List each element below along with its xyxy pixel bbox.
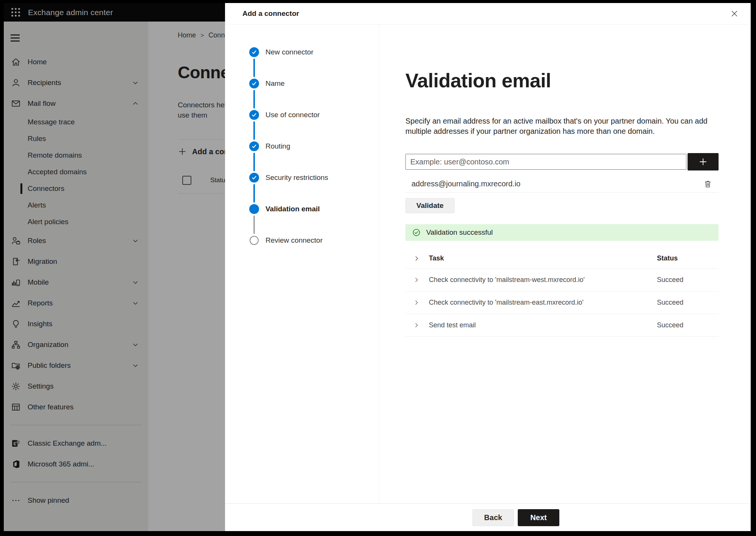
expand-row-chevron-icon[interactable] — [405, 276, 427, 283]
results-header-row: Task Status — [405, 248, 719, 269]
back-button[interactable]: Back — [472, 509, 514, 526]
validate-button[interactable]: Validate — [405, 198, 455, 213]
step-check-icon — [249, 173, 259, 183]
panel-footer: Back Next — [225, 503, 751, 531]
step-check-icon — [249, 47, 259, 57]
expand-row-chevron-icon[interactable] — [405, 299, 427, 306]
task-cell: Send test email — [427, 321, 657, 329]
validation-email-content: Validation email Specify an email addres… — [379, 25, 751, 503]
status-cell: Succeed — [657, 276, 719, 284]
status-cell: Succeed — [657, 299, 719, 307]
task-cell: Check connectivity to 'mailstream-west.m… — [427, 276, 657, 284]
content-description: Specify an email address for an active m… — [405, 116, 708, 136]
close-icon[interactable] — [728, 7, 741, 20]
step-use-of-connector[interactable]: Use of connector — [249, 110, 379, 141]
content-heading: Validation email — [405, 69, 719, 92]
step-review-connector[interactable]: Review connector — [249, 235, 379, 267]
step-check-icon — [249, 110, 259, 120]
result-row: Send test email Succeed — [405, 314, 719, 337]
wizard-steps: New connector Name Use of connector Rout… — [225, 25, 379, 503]
divider — [405, 192, 719, 193]
delete-address-icon[interactable] — [701, 177, 714, 190]
expand-row-chevron-icon[interactable] — [405, 322, 427, 329]
panel-header: Add a connector — [225, 3, 751, 25]
step-active-dot — [249, 204, 259, 214]
add-address-button[interactable] — [688, 153, 719, 170]
status-cell: Succeed — [657, 321, 719, 329]
step-check-icon — [249, 141, 259, 151]
step-validation-email[interactable]: Validation email — [249, 204, 379, 235]
status-column-header: Status — [657, 254, 719, 262]
result-row: Check connectivity to 'mailstream-west.m… — [405, 269, 719, 291]
step-name[interactable]: Name — [249, 79, 379, 110]
result-row: Check connectivity to 'mailstream-east.m… — [405, 291, 719, 314]
validation-results-table: Task Status Check connectivity to 'mails… — [405, 248, 719, 337]
step-security-restrictions[interactable]: Security restrictions — [249, 173, 379, 204]
panel-title: Add a connector — [242, 9, 299, 18]
add-connector-panel: Add a connector New connector Name — [225, 3, 751, 531]
step-new-connector[interactable]: New connector — [249, 47, 379, 79]
step-routing[interactable]: Routing — [249, 141, 379, 173]
added-address: address@journaling.mxrecord.io — [411, 180, 520, 188]
expand-all-chevron-icon[interactable] — [405, 255, 427, 262]
task-column-header: Task — [427, 254, 657, 262]
step-check-icon — [249, 79, 259, 88]
step-upcoming-dot — [250, 236, 259, 245]
plus-icon — [699, 157, 708, 166]
next-button[interactable]: Next — [518, 509, 559, 526]
success-banner-text: Validation successful — [426, 228, 493, 237]
added-address-row: address@journaling.mxrecord.io — [405, 175, 719, 192]
task-cell: Check connectivity to 'mailstream-east.m… — [427, 299, 657, 307]
email-input-row — [405, 153, 719, 170]
success-banner: Validation successful — [405, 224, 719, 241]
screenshot-frame: Exchange admin center Home Recipients Ma… — [0, 0, 756, 536]
app-window: Exchange admin center Home Recipients Ma… — [4, 3, 751, 531]
success-check-icon — [412, 228, 421, 237]
email-input[interactable] — [405, 154, 686, 170]
